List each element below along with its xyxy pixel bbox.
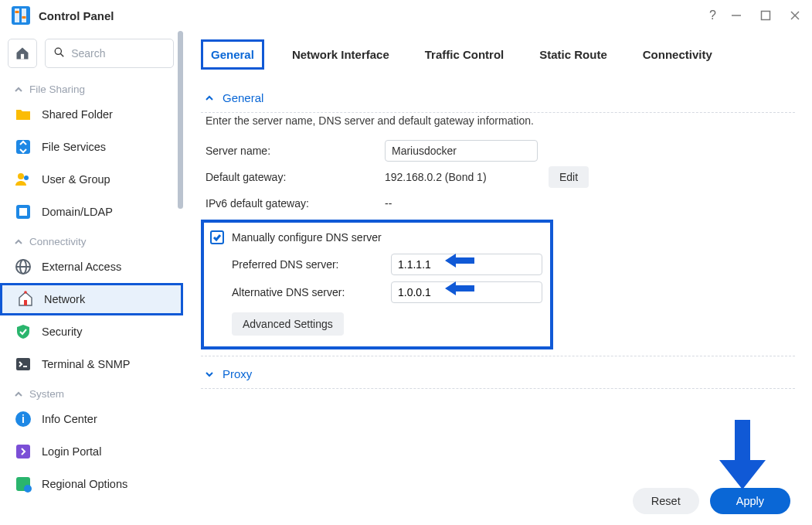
globe-icon: [14, 257, 32, 276]
checkbox-label: Manually configure DNS server: [232, 231, 382, 244]
sidebar-item-label: External Access: [42, 261, 121, 273]
chevron-up-icon: [14, 237, 23, 247]
network-icon: [16, 290, 35, 309]
section-label: File Sharing: [29, 84, 85, 95]
sidebar-item-label: Security: [42, 326, 82, 338]
tab-static-route[interactable]: Static Route: [532, 42, 615, 67]
chevron-up-icon: [14, 390, 23, 399]
field-label: IPv6 default gateway:: [206, 197, 385, 210]
dns-checkbox[interactable]: [210, 230, 224, 244]
reset-button[interactable]: Reset: [633, 488, 699, 514]
dns-checkbox-row[interactable]: Manually configure DNS server: [210, 230, 544, 244]
sidebar-item-network[interactable]: Network: [0, 283, 183, 315]
sidebar-item-login-portal[interactable]: Login Portal: [0, 435, 183, 468]
tab-label: Connectivity: [643, 48, 712, 61]
row-preferred-dns: Preferred DNS server:: [210, 251, 544, 278]
tab-label: Traffic Control: [425, 48, 505, 61]
sidebar-item-shared-folder[interactable]: Shared Folder: [0, 98, 183, 131]
svg-rect-26: [16, 445, 30, 459]
sidebar-item-label: Login Portal: [42, 445, 101, 458]
svg-rect-16: [19, 208, 27, 216]
sidebar-item-label: Info Center: [42, 413, 97, 425]
sidebar-item-file-services[interactable]: File Services: [0, 131, 183, 163]
shield-icon: [14, 322, 32, 341]
tabs: General Network Interface Traffic Contro…: [184, 31, 812, 70]
alternative-dns-input[interactable]: [391, 281, 542, 303]
tab-general[interactable]: General: [201, 39, 264, 70]
chevron-up-icon: [14, 85, 23, 94]
svg-point-21: [24, 291, 27, 294]
apply-button[interactable]: Apply: [710, 488, 790, 514]
sidebar-item-label: User & Group: [42, 173, 110, 186]
tab-label: Static Route: [539, 48, 607, 61]
field-value: 192.168.0.2 (Bond 1): [385, 171, 538, 183]
sidebar-item-info-center[interactable]: i Info Center: [0, 403, 183, 435]
svg-point-13: [18, 173, 24, 179]
home-button[interactable]: [8, 39, 37, 68]
sidebar-item-regional-options[interactable]: Regional Options: [0, 468, 183, 500]
sidebar-item-label: Network: [44, 293, 85, 305]
info-icon: i: [14, 410, 32, 428]
field-label: Server name:: [206, 145, 385, 157]
svg-rect-22: [16, 358, 30, 370]
sidebar-scrollbar[interactable]: [177, 31, 183, 525]
tab-network-interface[interactable]: Network Interface: [284, 42, 397, 67]
titlebar: Control Panel ?: [0, 0, 812, 31]
section-proxy-header[interactable]: Proxy: [201, 356, 795, 388]
tab-traffic-control[interactable]: Traffic Control: [417, 42, 512, 67]
svg-rect-3: [15, 11, 19, 13]
section-title: Proxy: [223, 367, 252, 380]
search-field[interactable]: [45, 39, 174, 68]
section-general-header[interactable]: General: [201, 80, 795, 112]
sidebar-item-terminal-snmp[interactable]: Terminal & SNMP: [0, 348, 183, 380]
control-panel-icon: [11, 5, 31, 26]
svg-line-11: [60, 53, 63, 56]
svg-rect-9: [21, 54, 24, 60]
row-alternative-dns: Alternative DNS server:: [210, 278, 544, 306]
svg-rect-20: [24, 300, 27, 305]
svg-point-28: [24, 485, 32, 493]
edit-gateway-button[interactable]: Edit: [549, 166, 589, 188]
section-system[interactable]: System: [0, 380, 183, 403]
sidebar-item-label: Terminal & SNMP: [42, 358, 130, 370]
close-button[interactable]: [786, 6, 804, 25]
sidebar-item-external-access[interactable]: External Access: [0, 251, 183, 283]
field-label: Preferred DNS server:: [232, 258, 391, 271]
preferred-dns-input[interactable]: [391, 254, 542, 275]
footer: Reset Apply: [184, 477, 812, 525]
search-icon: [53, 46, 65, 60]
advanced-settings-button[interactable]: Advanced Settings: [232, 312, 344, 336]
section-label: System: [29, 388, 64, 400]
tab-label: General: [211, 48, 254, 61]
chevron-down-icon: [204, 369, 215, 380]
sidebar-item-user-group[interactable]: User & Group: [0, 163, 183, 196]
field-value: --: [385, 197, 392, 210]
regional-icon: [14, 475, 32, 493]
domain-ldap-icon: [14, 203, 32, 221]
check-icon: [212, 233, 222, 242]
row-default-gateway: Default gateway: 192.168.0.2 (Bond 1) Ed…: [201, 164, 795, 190]
server-name-input[interactable]: [385, 140, 538, 162]
minimize-button[interactable]: [727, 6, 746, 25]
row-ipv6-gateway: IPv6 default gateway: --: [201, 190, 795, 216]
tab-connectivity[interactable]: Connectivity: [635, 42, 720, 67]
help-button[interactable]: ?: [709, 9, 716, 22]
sidebar-item-label: Domain/LDAP: [42, 206, 113, 218]
tab-label: Network Interface: [292, 48, 389, 61]
file-services-icon: [14, 138, 32, 156]
section-connectivity[interactable]: Connectivity: [0, 228, 183, 251]
svg-text:i: i: [22, 413, 25, 425]
sidebar-item-security[interactable]: Security: [0, 315, 183, 348]
field-label: Default gateway:: [206, 171, 385, 183]
row-server-name: Server name:: [201, 138, 795, 164]
section-file-sharing[interactable]: File Sharing: [0, 76, 183, 98]
maximize-button[interactable]: [756, 6, 775, 25]
sidebar: File Sharing Shared Folder File Services…: [0, 31, 184, 525]
sidebar-item-domain-ldap[interactable]: Domain/LDAP: [0, 196, 183, 228]
content-area: General Network Interface Traffic Contro…: [184, 31, 812, 525]
search-input[interactable]: [71, 47, 165, 60]
sidebar-scrollbar-thumb[interactable]: [178, 31, 183, 209]
window-title: Control Panel: [39, 9, 114, 22]
sidebar-item-label: Regional Options: [42, 478, 127, 490]
section-title: General: [223, 91, 263, 104]
